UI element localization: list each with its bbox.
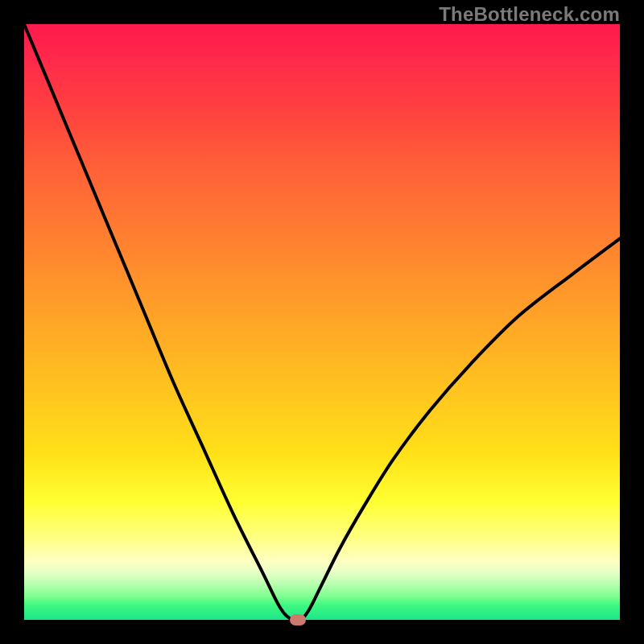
bottleneck-curve bbox=[24, 24, 620, 620]
valley-marker bbox=[290, 614, 306, 625]
chart-frame: TheBottleneck.com bbox=[0, 0, 644, 644]
plot-area bbox=[24, 24, 620, 620]
curve-path bbox=[24, 24, 620, 620]
watermark-text: TheBottleneck.com bbox=[439, 3, 620, 26]
